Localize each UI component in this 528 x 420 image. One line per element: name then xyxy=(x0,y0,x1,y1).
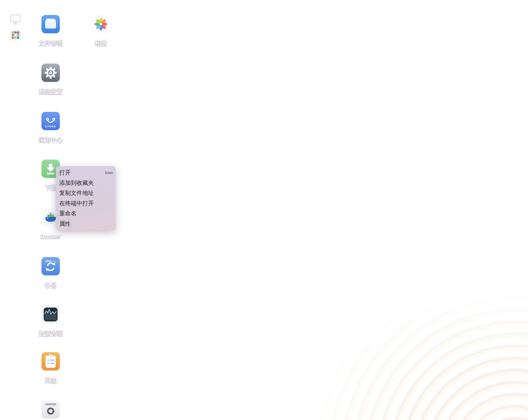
menu-item-copy-file-path[interactable]: 复制文件地址 xyxy=(56,188,116,198)
app-store-icon: STORE xyxy=(41,112,60,130)
context-menu: 打开 Enter 添加到收藏夹 复制文件地址 在终端中打开 重命名 属性 xyxy=(56,166,116,230)
desktop-icon-app-store[interactable]: STORE 应用中心 xyxy=(38,112,63,143)
icon-label: 文件管理 xyxy=(39,40,63,46)
menu-item-label: 复制文件地址 xyxy=(59,189,94,197)
menu-item-label: 在终端中打开 xyxy=(59,200,94,207)
menu-shortcut-enter: Enter xyxy=(105,171,113,174)
menu-item-label: 添加到收藏夹 xyxy=(59,179,94,187)
desktop-wallpaper: 文件管理 相册 xyxy=(0,0,528,420)
icon-label: 下载 xyxy=(45,184,57,191)
icon-label: 资源管理 xyxy=(39,330,63,337)
backup-icon xyxy=(41,257,60,275)
menu-item-rename[interactable]: 重命名 xyxy=(56,208,116,219)
settings-gear-icon xyxy=(41,64,60,82)
desktop-icon-trash[interactable] xyxy=(38,400,63,419)
desktop-icon-logs[interactable]: 日志 xyxy=(38,352,63,383)
file-manager-icon xyxy=(41,15,60,33)
menu-item-properties[interactable]: 属性 xyxy=(56,219,116,229)
icon-label: 相册 xyxy=(95,40,107,46)
desktop-icon-system-settings[interactable]: 系统设置 xyxy=(38,64,63,95)
logs-icon xyxy=(41,352,60,371)
dock-launcher-button[interactable] xyxy=(10,30,21,40)
dock-panel xyxy=(5,6,25,420)
menu-item-label: 属性 xyxy=(59,220,71,228)
desktop-icon-file-manager[interactable]: 文件管理 xyxy=(38,15,63,46)
icon-label: 系统设置 xyxy=(39,88,63,95)
icon-label: Docker xyxy=(40,233,61,240)
menu-item-label: 打开 xyxy=(59,169,71,177)
desktop-icon-photos[interactable]: 相册 xyxy=(89,15,113,46)
desktop-icon-system-monitor[interactable]: 资源管理 xyxy=(38,305,63,337)
desktop-icon-backup[interactable]: 备份 xyxy=(38,257,63,288)
app-grid-icon xyxy=(10,30,21,40)
dock-top-section xyxy=(6,7,25,45)
menu-item-add-to-favorites[interactable]: 添加到收藏夹 xyxy=(56,178,116,188)
menu-item-label: 重命名 xyxy=(59,210,77,217)
menu-item-open-in-terminal[interactable]: 在终端中打开 xyxy=(56,198,116,209)
menu-item-open[interactable]: 打开 Enter xyxy=(56,168,116,178)
trash-icon xyxy=(41,400,60,419)
icon-label: 应用中心 xyxy=(39,137,63,143)
icon-label: 备份 xyxy=(45,282,57,288)
icon-label: 日志 xyxy=(45,377,57,383)
monitor-icon xyxy=(10,14,21,24)
svg-text:STORE: STORE xyxy=(45,125,56,128)
system-monitor-icon xyxy=(41,305,60,324)
photos-icon xyxy=(92,15,110,33)
dock-empty-area[interactable] xyxy=(6,45,25,420)
dock-display-button[interactable] xyxy=(10,14,21,24)
wallpaper-swirl-texture xyxy=(211,202,528,420)
